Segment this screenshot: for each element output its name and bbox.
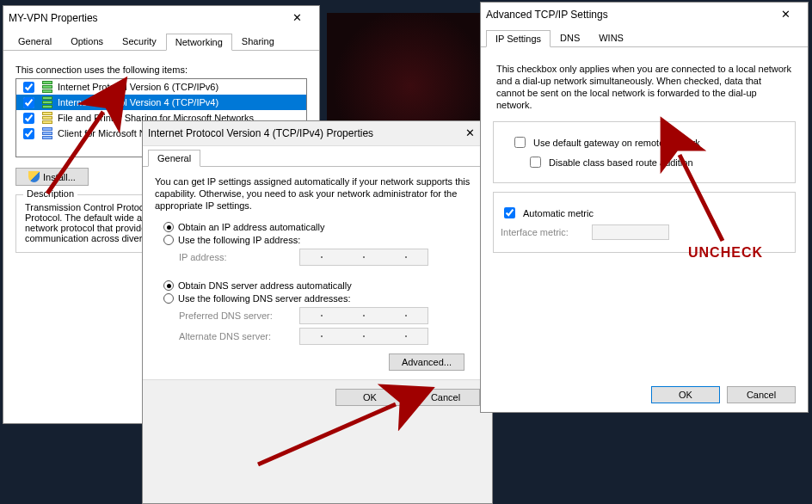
ok-button[interactable]: OK (651, 386, 720, 403)
ipv4-properties-window: Internet Protocol Version 4 (TCP/IPv4) P… (142, 120, 493, 504)
interface-metric-label: Interface metric: (501, 227, 587, 237)
tab-wins[interactable]: WINS (589, 29, 633, 46)
ok-button[interactable]: OK (335, 389, 404, 406)
items-label: This connection uses the following items… (15, 65, 307, 75)
annotation-uncheck: UNCHECK (688, 245, 763, 261)
tab-sharing[interactable]: Sharing (232, 33, 284, 50)
preferred-dns-label: Preferred DNS server: (179, 310, 299, 321)
list-item[interactable]: Internet Protocol Version 6 (TCP/IPv6) (16, 79, 306, 95)
win1-titlebar[interactable]: MY-VPN Properties ✕ (3, 6, 319, 30)
interface-metric-input (592, 224, 669, 240)
item-checkbox[interactable] (23, 97, 34, 108)
item-checkbox[interactable] (23, 113, 34, 124)
tab-options[interactable]: Options (61, 33, 113, 50)
gateway-checkbox[interactable] (514, 137, 526, 148)
client-icon (40, 126, 54, 140)
intro-text: You can get IP settings assigned automat… (155, 175, 480, 212)
win2-titlebar[interactable]: Internet Protocol Version 4 (TCP/IPv4) P… (143, 121, 492, 145)
win3-title: Advanced TCP/IP Settings (486, 9, 768, 21)
radio-icon (163, 280, 174, 291)
disable-route-checkbox[interactable] (530, 157, 541, 168)
install-button[interactable]: Install... (15, 168, 89, 186)
cancel-button[interactable]: Cancel (727, 386, 796, 403)
description-legend: Description (23, 188, 77, 199)
shield-icon (28, 171, 40, 182)
gateway-checkbox-row[interactable]: Use default gateway on remote network (511, 134, 788, 151)
item-label: Internet Protocol Version 6 (TCP/IPv6) (58, 82, 218, 92)
win1-title: MY-VPN Properties (9, 12, 280, 24)
tab-security[interactable]: Security (113, 33, 166, 50)
cancel-button[interactable]: Cancel (411, 389, 480, 406)
radio-use-dns[interactable]: Use the following DNS server addresses: (163, 293, 480, 304)
alternate-dns-label: Alternate DNS server: (179, 331, 299, 341)
protocol-icon (40, 80, 54, 94)
tab-general[interactable]: General (148, 150, 200, 167)
radio-obtain-ip[interactable]: Obtain an IP address automatically (163, 222, 480, 232)
description-text: This checkbox only applies when you are … (496, 63, 792, 111)
tab-general[interactable]: General (9, 33, 61, 50)
win1-tabs: General Options Security Networking Shar… (3, 30, 319, 51)
disable-route-checkbox-row[interactable]: Disable class based route addition (526, 154, 788, 170)
automatic-metric-row[interactable]: Automatic metric (501, 205, 788, 221)
advanced-tcpip-window: Advanced TCP/IP Settings ✕ IP Settings D… (480, 2, 809, 413)
list-item[interactable]: Internet Protocol Version 4 (TCP/IPv4) (16, 95, 306, 110)
item-checkbox[interactable] (23, 128, 34, 139)
item-checkbox[interactable] (23, 82, 34, 93)
ip-address-input (299, 249, 428, 266)
close-icon[interactable]: ✕ (768, 5, 803, 24)
alternate-dns-input (299, 328, 428, 345)
close-icon[interactable]: ✕ (280, 9, 314, 28)
win2-title: Internet Protocol Version 4 (TCP/IPv4) P… (148, 127, 452, 139)
radio-obtain-dns[interactable]: Obtain DNS server address automatically (163, 280, 480, 291)
item-label: Client for Microsoft N (58, 128, 146, 138)
automatic-metric-checkbox[interactable] (504, 207, 515, 218)
ip-address-label: IP address: (179, 252, 299, 262)
tab-networking[interactable]: Networking (166, 34, 232, 51)
advanced-button[interactable]: Advanced... (389, 353, 464, 371)
protocol-icon (40, 95, 54, 109)
service-icon (40, 111, 54, 125)
radio-icon (163, 222, 174, 232)
tab-dns[interactable]: DNS (551, 29, 589, 46)
tab-ip-settings[interactable]: IP Settings (486, 30, 551, 47)
radio-use-ip[interactable]: Use the following IP address: (163, 235, 480, 245)
preferred-dns-input (299, 307, 428, 324)
radio-icon (163, 293, 174, 304)
radio-icon (163, 235, 174, 245)
win3-titlebar[interactable]: Advanced TCP/IP Settings ✕ (481, 3, 808, 27)
item-label: Internet Protocol Version 4 (TCP/IPv4) (58, 97, 218, 108)
